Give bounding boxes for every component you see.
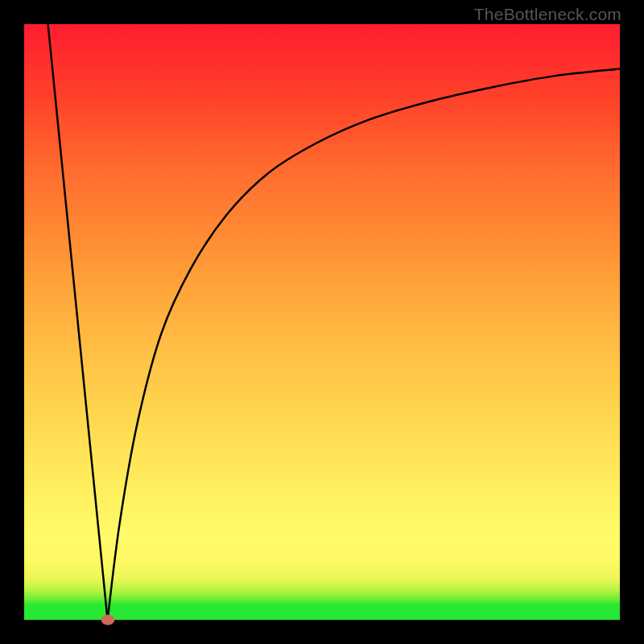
curve-layer <box>24 24 620 620</box>
curve-left <box>48 24 108 620</box>
chart-frame: TheBottleneck.com <box>0 0 644 644</box>
optimal-marker <box>101 615 114 625</box>
watermark-text: TheBottleneck.com <box>474 5 621 24</box>
plot-area <box>24 24 620 620</box>
curve-right <box>108 69 620 621</box>
